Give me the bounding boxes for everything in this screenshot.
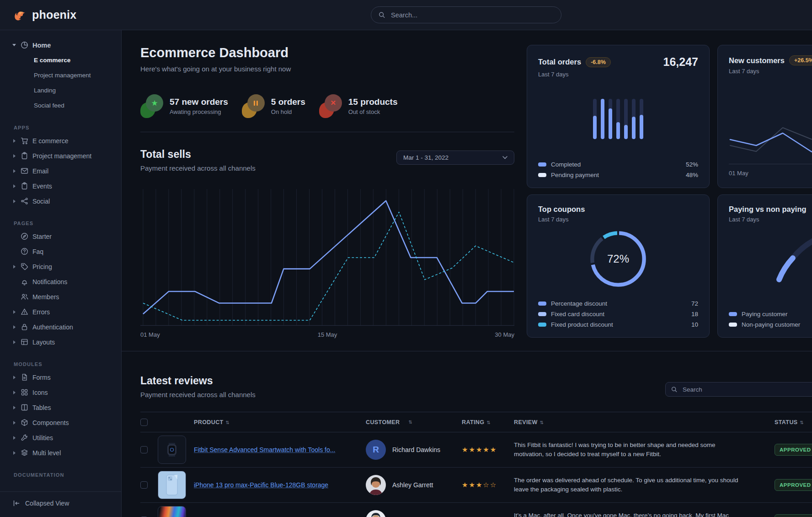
star-icon: ★ [151,98,158,108]
status-badge: APPROVED✓ [775,444,812,456]
bell-icon [21,278,28,285]
rating-stars: ★★★☆☆ [462,481,497,489]
reviews-search[interactable] [665,382,812,397]
status-badge: APPROVED✓ [775,479,812,491]
legend-item: Fixed card discount18 [538,311,698,318]
sidebar-item-utilities[interactable]: Utilities [0,430,121,445]
sidebar-item-e-commerce[interactable]: E commerce [0,133,121,148]
global-search[interactable] [371,6,561,23]
sidebar-item-notifications[interactable]: Notifications [0,274,121,289]
total-orders-card: Total orders -6.8% 16,247 Last 7 days Co… [527,45,710,188]
columns-icon [21,404,28,411]
sidebar-item-label: Events [32,183,52,190]
share-icon [21,197,28,205]
sidebar-item-label: Email [32,167,48,175]
sidebar-item-events[interactable]: Events [0,178,121,194]
column-header-rating[interactable]: RATING⇅ [462,419,514,425]
chevron-down-icon [502,156,508,159]
collapse-view-button[interactable]: Collapsed View [0,491,121,517]
sidebar-subitem-project-management[interactable]: Project management [0,68,121,83]
product-link[interactable]: Fitbit Sense Advanced Smartwatch with To… [194,446,366,453]
change-badge: -6.8% [586,57,611,67]
product-link[interactable]: iPhone 13 pro max-Pacific Blue-128GB sto… [194,481,366,489]
sidebar-item-home[interactable]: Home [0,38,121,53]
orders-bar-chart [593,99,643,139]
customer-name[interactable]: Ashley Garrett [392,481,433,489]
sidebar-item-email[interactable]: Email [0,163,121,178]
row-checkbox[interactable] [140,446,148,453]
chevron-right-icon [12,139,16,143]
out-of-stock-icon: ✕ [319,94,342,118]
sidebar-item-members[interactable]: Members [0,289,121,304]
product-thumbnail-macbook[interactable] [158,506,186,517]
table-header: PRODUCT⇅ CUSTOMER⇅ RATING⇅ REVIEW⇅ STATU… [140,412,812,432]
global-search-input[interactable] [390,11,554,19]
sidebar-section-label: APPS [14,125,121,130]
chevron-down-icon [12,44,16,46]
x-axis-label: 01 May [140,331,160,338]
sidebar-item-label: Forms [32,374,51,381]
sidebar-item-faq[interactable]: Faq [0,244,121,259]
product-thumbnail-iphone[interactable] [158,471,186,499]
sidebar-item-icons[interactable]: Icons [0,385,121,400]
table-row: Fitbit Sense Advanced Smartwatch with To… [140,432,812,468]
sidebar-item-errors[interactable]: Errors [0,304,121,319]
column-header-customer[interactable]: CUSTOMER⇅ [366,419,462,425]
stat-out-of-stock: ✕ 15 products Out of stock [319,94,398,118]
brand-logo[interactable]: phoenix [13,8,76,22]
compass-icon [21,232,28,240]
sidebar-sections: APPSE commerceProject managementEmailEve… [0,125,121,478]
column-header-review[interactable]: REVIEW⇅ [514,419,761,425]
customer-name[interactable]: Richard Dawkins [392,446,440,453]
quick-stats: ★ 57 new orders Awating processing [140,94,514,118]
sidebar-item-authentication[interactable]: Authentication [0,319,121,334]
donut-center-value: 72% [588,229,648,289]
card-title: Total orders [538,58,581,66]
sidebar-item-label: E commerce [32,137,69,145]
legend-swatch [538,323,546,327]
order-bar [593,99,597,139]
total-orders-value: 16,247 [663,55,698,69]
column-header-status[interactable]: STATUS⇅ [761,419,812,425]
card-period: Last 7 days [538,71,698,78]
reviews-search-input[interactable] [682,386,812,393]
column-header-product[interactable]: PRODUCT⇅ [194,419,366,425]
select-all-checkbox[interactable] [140,419,148,426]
order-bar [609,99,612,139]
sidebar-item-social[interactable]: Social [0,194,121,209]
sidebar-item-project-management[interactable]: Project management [0,148,121,163]
date-range-select[interactable]: Mar 1 - 31, 2022 [396,151,514,165]
sidebar-section-label: PAGES [14,221,121,226]
new-customers-chart [727,115,812,169]
sidebar-item-tables[interactable]: Tables [0,400,121,415]
sidebar-subitem-landing[interactable]: Landing [0,83,121,98]
sidebar-subitem-e-commerce[interactable]: E commerce [0,53,121,68]
sidebar-item-layouts[interactable]: Layouts [0,334,121,350]
legend-swatch [538,173,546,177]
sidebar-item-starter[interactable]: Starter [0,229,121,244]
layers-icon [21,449,28,457]
collapse-icon [13,500,20,507]
sidebar-item-label: Faq [32,248,43,255]
avatar[interactable] [366,475,386,495]
row-checkbox[interactable] [140,481,148,489]
sidebar-item-forms[interactable]: Forms [0,370,121,385]
chevron-right-icon [12,421,16,425]
avatar[interactable] [366,510,386,517]
stat-title: 15 products [348,97,398,107]
grid-icon [21,388,28,396]
product-thumbnail-smartwatch[interactable] [158,436,186,464]
avatar[interactable]: R [366,440,386,460]
legend-swatch [538,312,546,316]
order-bar [624,99,628,139]
chevron-right-icon [12,340,16,344]
sidebar-item-label: Project management [32,152,91,160]
chevron-right-icon [12,391,16,394]
sidebar-item-label: Icons [32,389,48,396]
x-icon: ✕ [330,99,336,107]
sidebar-item-pricing[interactable]: Pricing [0,259,121,274]
sidebar-item-components[interactable]: Components [0,415,121,430]
sidebar-item-multi-level[interactable]: Multi level [0,445,121,460]
order-bar [616,99,620,139]
sidebar-subitem-social-feed[interactable]: Social feed [0,98,121,113]
